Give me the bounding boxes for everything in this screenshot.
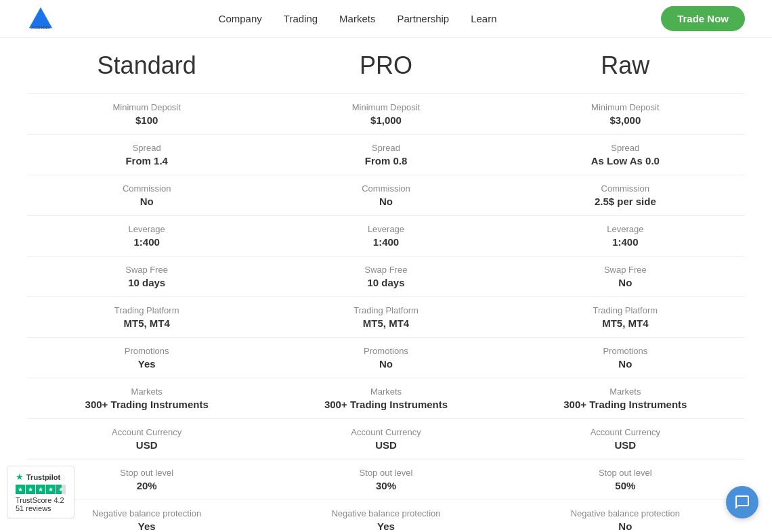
cell-pro-commission: Commission No xyxy=(266,183,505,207)
standard-leverage-value: 1:400 xyxy=(27,236,266,248)
pro-min-deposit-label: Minimum Deposit xyxy=(266,102,505,112)
raw-promotions-value: No xyxy=(506,358,745,370)
cell-raw-spread: Spread As Low As 0.0 xyxy=(506,143,745,167)
row-markets: Markets 300+ Trading Instruments Markets… xyxy=(27,378,745,418)
raw-commission-label: Commission xyxy=(506,183,745,194)
cell-standard-promotions: Promotions Yes xyxy=(27,346,266,370)
standard-promotions-value: Yes xyxy=(27,358,266,370)
plan-title-raw: Raw xyxy=(506,51,745,80)
pro-commission-label: Commission xyxy=(266,183,505,194)
cell-standard-commission: Commission No xyxy=(27,183,266,207)
standard-swap-free-label: Swap Free xyxy=(27,265,266,275)
pro-account-currency-label: Account Currency xyxy=(266,427,505,437)
star-2: ★ xyxy=(26,485,35,494)
cell-standard-min-deposit: Minimum Deposit $100 xyxy=(27,102,266,126)
row-commission: Commission No Commission No Commission 2… xyxy=(27,175,745,215)
logo-icon: ACCUINDEX xyxy=(27,5,54,32)
raw-stop-out-value: 50% xyxy=(506,480,745,491)
cell-standard-markets: Markets 300+ Trading Instruments xyxy=(27,386,266,410)
cell-raw-leverage: Leverage 1:400 xyxy=(506,224,745,248)
raw-stop-out-label: Stop out level xyxy=(506,468,745,478)
row-stop-out: Stop out level 20% Stop out level 30% St… xyxy=(27,459,745,500)
star-3: ★ xyxy=(36,485,45,494)
cell-pro-promotions: Promotions No xyxy=(266,346,505,370)
cell-pro-account-currency: Account Currency USD xyxy=(266,427,505,451)
standard-account-currency-label: Account Currency xyxy=(27,427,266,437)
chat-button[interactable] xyxy=(726,486,758,518)
cell-raw-account-currency: Account Currency USD xyxy=(506,427,745,451)
pro-spread-label: Spread xyxy=(266,143,505,153)
raw-spread-value: As Low As 0.0 xyxy=(506,155,745,167)
trustpilot-score: TrustScore 4.2 xyxy=(16,496,66,504)
pro-promotions-value: No xyxy=(266,358,505,370)
cell-pro-markets: Markets 300+ Trading Instruments xyxy=(266,386,505,410)
logo: ACCUINDEX xyxy=(27,5,54,32)
star-5: ★ xyxy=(56,485,66,494)
standard-commission-label: Commission xyxy=(27,183,266,194)
standard-leverage-label: Leverage xyxy=(27,224,266,234)
row-promotions: Promotions Yes Promotions No Promotions … xyxy=(27,337,745,378)
trustpilot-star-icon: ★ xyxy=(16,472,24,482)
raw-swap-free-value: No xyxy=(506,277,745,288)
pro-negative-balance-label: Negative balance protection xyxy=(266,508,505,518)
comparison-table: Minimum Deposit $100 Minimum Deposit $1,… xyxy=(27,93,745,532)
standard-trading-platform-label: Trading Platform xyxy=(27,305,266,315)
pro-trading-platform-value: MT5, MT4 xyxy=(266,317,505,329)
nav-markets[interactable]: Markets xyxy=(339,13,375,24)
raw-negative-balance-value: No xyxy=(506,520,745,532)
nav-links: Company Trading Markets Partnership Lear… xyxy=(219,13,497,24)
row-trading-platform: Trading Platform MT5, MT4 Trading Platfo… xyxy=(27,296,745,337)
nav-learn[interactable]: Learn xyxy=(471,13,496,24)
raw-spread-label: Spread xyxy=(506,143,745,153)
raw-negative-balance-label: Negative balance protection xyxy=(506,508,745,518)
cell-standard-trading-platform: Trading Platform MT5, MT4 xyxy=(27,305,266,329)
cell-pro-stop-out: Stop out level 30% xyxy=(266,468,505,491)
plan-headers: Standard PRO Raw xyxy=(27,51,745,80)
row-minimum-deposit: Minimum Deposit $100 Minimum Deposit $1,… xyxy=(27,93,745,134)
star-4: ★ xyxy=(46,485,56,494)
raw-account-currency-label: Account Currency xyxy=(506,427,745,437)
nav-company[interactable]: Company xyxy=(219,13,262,24)
pro-min-deposit-value: $1,000 xyxy=(266,114,505,126)
raw-promotions-label: Promotions xyxy=(506,346,745,356)
raw-leverage-value: 1:400 xyxy=(506,236,745,248)
pro-negative-balance-value: Yes xyxy=(266,520,505,532)
pro-swap-free-label: Swap Free xyxy=(266,265,505,275)
row-account-currency: Account Currency USD Account Currency US… xyxy=(27,418,745,459)
cell-raw-stop-out: Stop out level 50% xyxy=(506,468,745,491)
nav-trading[interactable]: Trading xyxy=(284,13,318,24)
pro-leverage-value: 1:400 xyxy=(266,236,505,248)
row-leverage: Leverage 1:400 Leverage 1:400 Leverage 1… xyxy=(27,215,745,256)
standard-swap-free-value: 10 days xyxy=(27,277,266,288)
cell-raw-commission: Commission 2.5$ per side xyxy=(506,183,745,207)
standard-promotions-label: Promotions xyxy=(27,346,266,356)
cell-pro-trading-platform: Trading Platform MT5, MT4 xyxy=(266,305,505,329)
svg-text:ACCUINDEX: ACCUINDEX xyxy=(31,26,50,29)
raw-commission-value: 2.5$ per side xyxy=(506,196,745,207)
row-spread: Spread From 1.4 Spread From 0.8 Spread A… xyxy=(27,134,745,175)
pro-trading-platform-label: Trading Platform xyxy=(266,305,505,315)
cell-raw-swap-free: Swap Free No xyxy=(506,265,745,288)
cell-standard-spread: Spread From 1.4 xyxy=(27,143,266,167)
pro-commission-value: No xyxy=(266,196,505,207)
cell-raw-min-deposit: Minimum Deposit $3,000 xyxy=(506,102,745,126)
standard-trading-platform-value: MT5, MT4 xyxy=(27,317,266,329)
nav-partnership[interactable]: Partnership xyxy=(397,13,449,24)
cell-raw-promotions: Promotions No xyxy=(506,346,745,370)
chat-icon xyxy=(734,494,750,510)
plan-title-pro: PRO xyxy=(266,51,505,80)
trustpilot-widget: ★ Trustpilot ★ ★ ★ ★ ★ TrustScore 4.2 51… xyxy=(7,466,74,518)
standard-markets-label: Markets xyxy=(27,386,266,397)
trustpilot-logo: ★ Trustpilot xyxy=(16,472,66,482)
navbar: ACCUINDEX Company Trading Markets Partne… xyxy=(0,0,772,38)
standard-spread-value: From 1.4 xyxy=(27,155,266,167)
raw-min-deposit-label: Minimum Deposit xyxy=(506,102,745,112)
raw-leverage-label: Leverage xyxy=(506,224,745,234)
cell-standard-swap-free: Swap Free 10 days xyxy=(27,265,266,288)
pro-markets-label: Markets xyxy=(266,386,505,397)
trade-now-button[interactable]: Trade Now xyxy=(661,6,745,31)
pro-spread-value: From 0.8 xyxy=(266,155,505,167)
pro-swap-free-value: 10 days xyxy=(266,277,505,288)
cell-pro-leverage: Leverage 1:400 xyxy=(266,224,505,248)
standard-markets-value: 300+ Trading Instruments xyxy=(27,399,266,410)
